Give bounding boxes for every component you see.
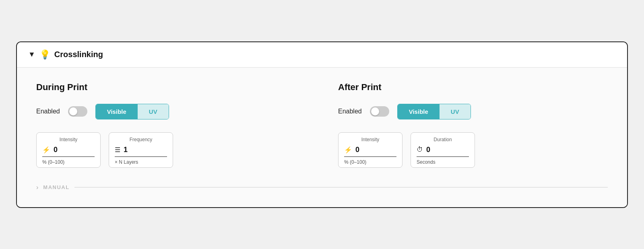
after-enabled-toggle[interactable]: [370, 106, 389, 117]
during-tab-uv[interactable]: UV: [138, 104, 169, 119]
during-print-title: During Print: [36, 82, 306, 93]
after-tab-visible[interactable]: Visible: [398, 104, 440, 119]
sections-container: During Print Enabled Visible UV Intensit…: [36, 82, 608, 173]
manual-label: MANUAL: [43, 184, 69, 190]
after-print-controls: Enabled Visible UV: [338, 104, 608, 119]
after-intensity-unit: % (0–100): [344, 159, 396, 165]
manual-chevron[interactable]: ›: [36, 184, 38, 191]
after-duration-icon: ⏱: [417, 146, 423, 153]
during-intensity-box: Intensity ⚡ 0 % (0–100): [36, 132, 101, 168]
during-frequency-icon: ☰: [115, 146, 120, 154]
during-enabled-toggle[interactable]: [68, 106, 87, 117]
card-header: ▼ 💡 Crosslinking: [17, 42, 627, 68]
after-print-section: After Print Enabled Visible UV Intensity…: [306, 82, 608, 173]
during-fields: Intensity ⚡ 0 % (0–100) Frequency ☰ 1: [36, 132, 306, 168]
after-intensity-icon: ⚡: [344, 146, 352, 154]
after-enabled-label: Enabled: [338, 108, 362, 115]
after-tab-group: Visible UV: [397, 104, 471, 119]
manual-row: › MANUAL: [36, 184, 608, 191]
during-enabled-label: Enabled: [36, 108, 60, 115]
during-frequency-value[interactable]: 1: [124, 146, 128, 154]
during-frequency-value-row: ☰ 1: [115, 146, 167, 157]
during-intensity-value[interactable]: 0: [54, 146, 58, 154]
crosslinking-card: ▼ 💡 Crosslinking During Print Enabled Vi…: [16, 41, 628, 208]
after-duration-label: Duration: [417, 137, 469, 142]
during-print-controls: Enabled Visible UV: [36, 104, 306, 119]
manual-divider: [74, 187, 608, 188]
card-title: Crosslinking: [54, 50, 103, 59]
during-frequency-box: Frequency ☰ 1 × N Layers: [109, 132, 173, 168]
after-duration-value[interactable]: 0: [426, 146, 430, 154]
after-duration-value-row: ⏱ 0: [417, 146, 469, 157]
after-print-title: After Print: [338, 82, 608, 93]
collapse-chevron[interactable]: ▼: [28, 50, 35, 59]
during-frequency-unit: × N Layers: [115, 159, 167, 165]
during-intensity-label: Intensity: [42, 137, 95, 142]
during-intensity-unit: % (0–100): [42, 159, 95, 165]
after-tab-uv[interactable]: UV: [440, 104, 471, 119]
after-intensity-box: Intensity ⚡ 0 % (0–100): [338, 132, 402, 168]
after-duration-unit: Seconds: [417, 159, 469, 165]
after-duration-box: Duration ⏱ 0 Seconds: [411, 132, 475, 168]
during-tab-group: Visible UV: [95, 104, 169, 119]
after-intensity-value[interactable]: 0: [355, 146, 359, 154]
during-tab-visible[interactable]: Visible: [96, 104, 138, 119]
after-intensity-value-row: ⚡ 0: [344, 146, 396, 157]
header-icon: 💡: [39, 49, 50, 60]
during-intensity-icon: ⚡: [42, 146, 50, 154]
after-intensity-label: Intensity: [344, 137, 396, 142]
card-content: During Print Enabled Visible UV Intensit…: [17, 68, 627, 207]
after-fields: Intensity ⚡ 0 % (0–100) Duration ⏱ 0: [338, 132, 608, 168]
during-frequency-label: Frequency: [115, 137, 167, 142]
during-intensity-value-row: ⚡ 0: [42, 146, 95, 157]
during-print-section: During Print Enabled Visible UV Intensit…: [36, 82, 306, 173]
